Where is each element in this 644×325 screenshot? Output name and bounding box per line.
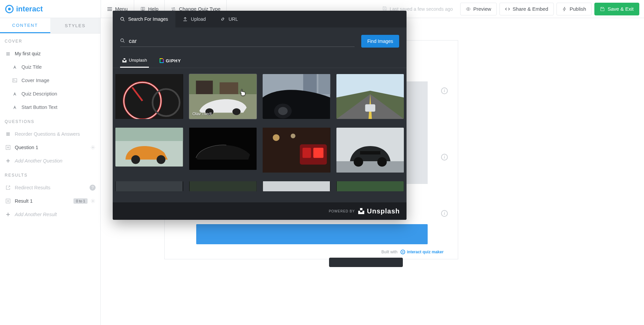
- modal-tab-upload-label: Upload: [191, 16, 206, 22]
- sidebar-item-result-1[interactable]: Result 1 0 to 1: [0, 194, 100, 208]
- save-exit-label: Save & Exit: [607, 6, 634, 12]
- svg-rect-36: [365, 104, 375, 112]
- cover-image-label: Cover Image: [21, 78, 49, 83]
- eye-icon: [466, 7, 471, 11]
- result-1-badge: 0 to 1: [73, 198, 88, 204]
- modal-tabs: Search For Images Upload URL: [113, 11, 407, 27]
- question-1-label: Question 1: [15, 145, 38, 150]
- image-result[interactable]: [336, 181, 404, 191]
- section-questions-header: QUESTIONS: [0, 114, 100, 127]
- info-icon[interactable]: i: [441, 154, 448, 160]
- provider-tab-giphy[interactable]: GIPHY: [158, 54, 183, 68]
- unsplash-wordmark[interactable]: Unsplash: [358, 207, 400, 215]
- modal-tab-url-label: URL: [228, 16, 238, 22]
- image-result[interactable]: [263, 74, 330, 119]
- image-grid-wrap[interactable]: Olav Tvedt: [113, 68, 407, 202]
- start-button-preview[interactable]: [196, 224, 428, 244]
- publish-button[interactable]: Publish: [556, 3, 592, 15]
- svg-point-43: [273, 134, 279, 141]
- image-result[interactable]: [336, 74, 404, 119]
- svg-rect-54: [189, 181, 256, 191]
- svg-point-5: [13, 79, 14, 80]
- info-icon[interactable]: i: [441, 210, 448, 217]
- sidebar-item-quiz-title[interactable]: Quiz Title: [0, 60, 100, 74]
- svg-rect-53: [116, 181, 183, 191]
- svg-rect-4: [13, 79, 17, 82]
- preview-label: Preview: [473, 6, 491, 12]
- sidebar-add-question[interactable]: Add Another Question: [0, 154, 100, 168]
- result-1-trail: 0 to 1: [73, 198, 96, 204]
- sidebar-item-redirect-results[interactable]: Redirect Results ?: [0, 181, 100, 194]
- powered-by-label: POWERED BY: [329, 209, 355, 213]
- modal-tab-search-label: Search For Images: [128, 16, 168, 22]
- svg-point-52: [377, 157, 386, 167]
- quiz-title-label: Quiz Title: [21, 64, 42, 70]
- image-result[interactable]: Olav Tvedt: [189, 74, 257, 119]
- svg-point-44: [291, 134, 296, 138]
- publish-label: Publish: [570, 6, 586, 12]
- svg-point-9: [92, 200, 94, 202]
- sidebar-item-quiz-description[interactable]: Quiz Description: [0, 87, 100, 101]
- search-input[interactable]: [129, 36, 355, 47]
- branding-tooltip: [329, 258, 403, 267]
- svg-rect-50: [360, 151, 380, 154]
- menu-icon: [107, 6, 112, 12]
- section-cover-header: COVER: [0, 34, 100, 47]
- modal-tab-search[interactable]: Search For Images: [113, 11, 175, 27]
- sidebar: CONTENT STYLES COVER My first quiz Quiz …: [0, 18, 101, 325]
- provider-tabs: Unsplash GIPHY: [113, 52, 407, 68]
- provider-tab-unsplash[interactable]: Unsplash: [120, 54, 149, 68]
- sidebar-item-question-1[interactable]: Question 1: [0, 141, 100, 154]
- image-result[interactable]: [263, 181, 330, 191]
- brand-logo: interact: [0, 0, 101, 18]
- image-result[interactable]: [189, 128, 257, 170]
- help-icon[interactable]: ?: [90, 185, 96, 191]
- font-icon: [12, 105, 17, 110]
- modal-tab-url[interactable]: URL: [213, 11, 245, 27]
- modal-tab-upload[interactable]: Upload: [175, 11, 213, 27]
- upload-icon: [183, 17, 187, 21]
- reorder-icon: [5, 132, 11, 136]
- svg-text:interact: interact: [16, 5, 43, 13]
- sidebar-item-reorder-qa[interactable]: Reorder Questions & Answers: [0, 127, 100, 141]
- svg-point-11: [402, 251, 404, 253]
- svg-rect-46: [313, 148, 323, 158]
- share-embed-button[interactable]: Share & Embed: [499, 3, 554, 15]
- modal-search-row: Find Images: [113, 27, 407, 52]
- preview-button[interactable]: Preview: [460, 3, 497, 15]
- sidebar-item-cover-image[interactable]: Cover Image: [0, 74, 100, 87]
- link-icon: [220, 17, 225, 21]
- share-embed-label: Share & Embed: [513, 6, 548, 12]
- save-icon: [600, 7, 605, 11]
- image-result[interactable]: [115, 74, 183, 119]
- gear-icon[interactable]: [90, 145, 96, 150]
- quiz-description-label: Quiz Description: [21, 91, 57, 96]
- svg-point-40: [157, 155, 165, 164]
- save-exit-button[interactable]: Save & Exit: [594, 3, 639, 15]
- tab-content[interactable]: CONTENT: [0, 18, 50, 33]
- sidebar-item-quiz-name[interactable]: My first quiz: [0, 47, 100, 60]
- image-grid-row-1: Olav Tvedt: [115, 74, 404, 119]
- svg-rect-38: [115, 128, 183, 141]
- search-input-wrap[interactable]: [120, 36, 355, 47]
- add-question-label: Add Another Question: [15, 158, 62, 164]
- image-result[interactable]: [115, 181, 183, 191]
- svg-point-7: [92, 147, 94, 148]
- svg-point-39: [131, 155, 140, 164]
- image-grid-row-3: [115, 181, 404, 191]
- image-picker-modal: Search For Images Upload URL Find Images…: [113, 11, 407, 220]
- gear-icon[interactable]: [90, 199, 96, 203]
- find-images-button[interactable]: Find Images: [361, 35, 399, 48]
- built-with-branding[interactable]: Built with interact quiz maker: [381, 249, 450, 255]
- built-with-text: Built with: [381, 250, 397, 254]
- redirect-results-trail: ?: [90, 185, 96, 191]
- sidebar-add-result[interactable]: Add Another Result: [0, 208, 100, 221]
- sidebar-scroll[interactable]: COVER My first quiz Quiz Title Cover Ima…: [0, 34, 100, 325]
- info-icon[interactable]: i: [441, 87, 448, 94]
- image-result[interactable]: [189, 181, 257, 191]
- image-result[interactable]: [336, 128, 404, 173]
- image-result[interactable]: [115, 128, 183, 167]
- image-result[interactable]: [263, 128, 330, 173]
- tab-styles[interactable]: STYLES: [50, 18, 101, 33]
- sidebar-item-start-button-text[interactable]: Start Button Text: [0, 101, 100, 114]
